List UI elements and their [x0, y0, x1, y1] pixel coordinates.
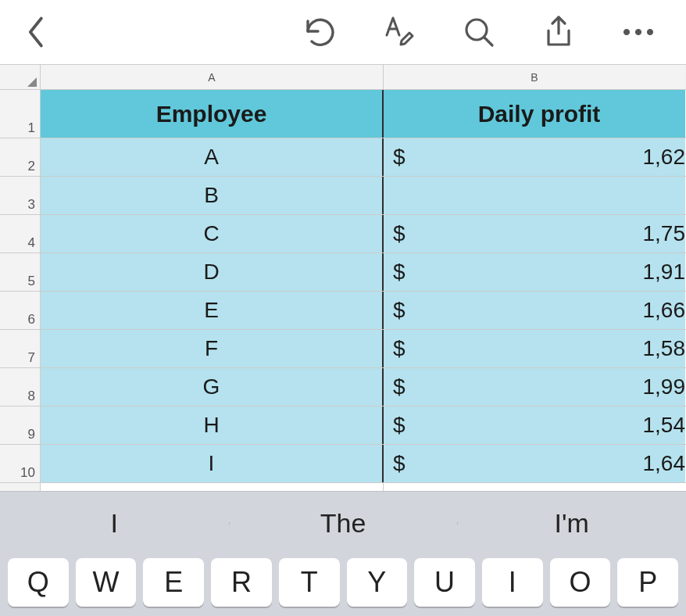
currency-symbol: $ — [393, 221, 406, 246]
table-row: 7 F $1,58 — [0, 330, 686, 368]
cell-value: 1,75 — [643, 221, 686, 246]
svg-point-3 — [647, 29, 652, 34]
key-y[interactable]: Y — [347, 558, 408, 607]
currency-symbol: $ — [393, 451, 406, 476]
spreadsheet-grid: 1 Employee Daily profit 2 A $1,62 3 B 4 … — [0, 90, 686, 507]
key-i[interactable]: I — [482, 558, 543, 607]
row-header[interactable]: 5 — [0, 253, 41, 291]
undo-icon[interactable] — [298, 14, 334, 50]
cell[interactable]: $1,58 — [384, 330, 685, 367]
table-row: 10 I $1,64 — [0, 445, 686, 483]
row-header[interactable]: 3 — [0, 177, 41, 214]
suggestion[interactable]: I — [0, 508, 229, 539]
table-row: 3 B — [0, 177, 686, 215]
row-header[interactable]: 9 — [0, 406, 41, 444]
cell-value: 1,58 — [643, 336, 686, 361]
key-p[interactable]: P — [617, 558, 678, 607]
keyboard: I The I'm Q W E R T Y U I O P — [0, 491, 686, 616]
more-icon[interactable] — [622, 27, 655, 37]
row-header[interactable]: 8 — [0, 368, 41, 406]
currency-symbol: $ — [393, 374, 406, 399]
cell[interactable]: $1,54 — [384, 406, 685, 444]
cell[interactable]: $1,91 — [384, 253, 685, 291]
key-w[interactable]: W — [76, 558, 137, 607]
row-header[interactable]: 1 — [0, 90, 41, 138]
svg-point-2 — [635, 29, 641, 34]
table-row: 9 H $1,54 — [0, 406, 686, 445]
cell[interactable]: Daily profit — [384, 90, 685, 138]
currency-symbol: $ — [393, 260, 406, 285]
row-header[interactable]: 7 — [0, 330, 41, 367]
cell-value: 1,62 — [643, 145, 686, 170]
table-row: 2 A $1,62 — [0, 138, 686, 177]
cell-value: 1,54 — [643, 413, 686, 438]
table-row: 5 D $1,91 — [0, 253, 686, 292]
cell[interactable]: D — [41, 253, 384, 291]
key-r[interactable]: R — [211, 558, 272, 607]
key-e[interactable]: E — [143, 558, 204, 607]
cell[interactable]: F — [41, 330, 384, 367]
column-header-b[interactable]: B — [384, 65, 685, 89]
share-icon[interactable] — [542, 15, 575, 49]
row-header[interactable]: 10 — [0, 445, 41, 482]
cell[interactable]: E — [41, 292, 384, 329]
back-icon[interactable] — [23, 16, 50, 48]
cell[interactable]: $1,66 — [384, 292, 685, 329]
currency-symbol: $ — [393, 336, 406, 361]
search-icon[interactable] — [463, 16, 495, 48]
suggestion[interactable]: I'm — [457, 508, 686, 539]
key-q[interactable]: Q — [8, 558, 69, 607]
svg-point-1 — [623, 29, 629, 34]
key-o[interactable]: O — [550, 558, 611, 607]
suggestion-row: I The I'm — [0, 492, 686, 554]
currency-symbol: $ — [393, 145, 406, 170]
select-all-corner[interactable] — [0, 65, 41, 89]
cell[interactable]: B — [41, 177, 384, 214]
column-header-row: A B — [0, 64, 686, 90]
cell[interactable]: Employee — [41, 90, 384, 138]
cell[interactable]: A — [41, 138, 384, 176]
cell[interactable]: $1,99 — [384, 368, 685, 406]
row-header[interactable]: 2 — [0, 138, 41, 176]
key-u[interactable]: U — [414, 558, 475, 607]
toolbar — [0, 0, 686, 64]
cell-value: 1,91 — [643, 260, 686, 285]
cell-value: 1,66 — [643, 298, 686, 323]
cell[interactable]: G — [41, 368, 384, 406]
table-row: 1 Employee Daily profit — [0, 90, 686, 138]
table-row: 4 C $1,75 — [0, 215, 686, 253]
currency-symbol: $ — [393, 298, 406, 323]
key-t[interactable]: T — [279, 558, 340, 607]
key-row: Q W E R T Y U I O P — [0, 554, 686, 616]
cell[interactable]: $1,64 — [384, 445, 685, 482]
cell[interactable]: H — [41, 406, 384, 444]
column-header-a[interactable]: A — [41, 65, 384, 89]
table-row: 6 E $1,66 — [0, 292, 686, 330]
cell-value: 1,99 — [643, 374, 686, 399]
cell[interactable]: $1,62 — [384, 138, 685, 176]
currency-symbol: $ — [393, 413, 406, 438]
cell[interactable]: I — [41, 445, 384, 482]
edit-text-icon[interactable] — [381, 15, 416, 49]
cell[interactable]: C — [41, 215, 384, 252]
row-header[interactable]: 4 — [0, 215, 41, 252]
suggestion[interactable]: The — [229, 508, 458, 539]
cell-value: 1,64 — [643, 451, 686, 476]
cell[interactable] — [384, 177, 685, 214]
cell[interactable]: $1,75 — [384, 215, 685, 252]
table-row: 8 G $1,99 — [0, 368, 686, 406]
row-header[interactable]: 6 — [0, 292, 41, 329]
